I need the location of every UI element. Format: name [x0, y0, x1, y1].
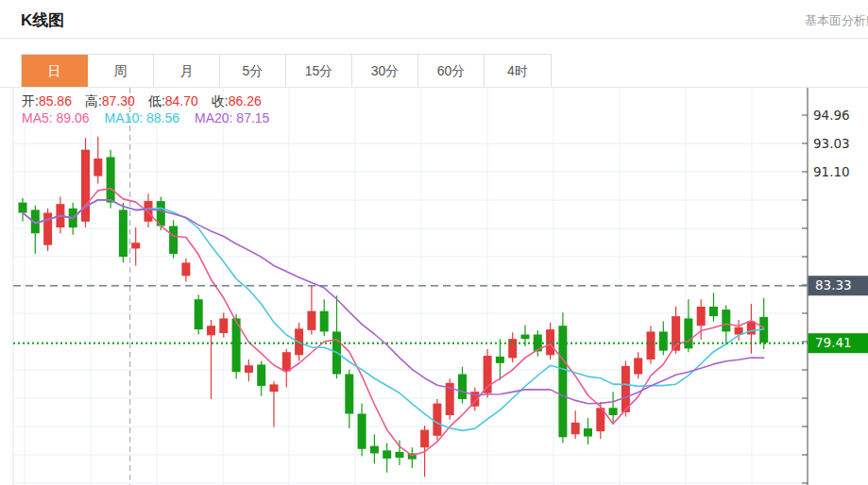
- candle[interactable]: [546, 329, 554, 355]
- candle[interactable]: [571, 423, 580, 434]
- candle[interactable]: [119, 209, 128, 257]
- candle[interactable]: [307, 311, 315, 330]
- ohlc-value: 86.26: [229, 93, 262, 109]
- candle[interactable]: [358, 413, 366, 448]
- tab-day[interactable]: 日: [22, 55, 88, 87]
- header-divider: [0, 38, 868, 39]
- candle[interactable]: [420, 430, 429, 448]
- ohlc-label: 开:: [22, 93, 39, 109]
- candle[interactable]: [584, 428, 592, 437]
- tab-60min[interactable]: 60分: [418, 55, 485, 87]
- candle[interactable]: [383, 450, 391, 459]
- ma-legend-item: MA5: 89.06: [22, 110, 90, 125]
- ma-legend: MA5: 89.06MA10: 88.56MA20: 87.15: [22, 110, 284, 125]
- ma10-line: [23, 200, 764, 431]
- candle[interactable]: [270, 384, 279, 392]
- candle[interactable]: [634, 358, 642, 374]
- ohlc-label: 高:: [85, 93, 102, 109]
- page-title: K线图: [21, 9, 64, 31]
- period-tab-bar: 日周月5分15分30分60分4时: [21, 54, 552, 88]
- candle[interactable]: [81, 150, 90, 222]
- candle[interactable]: [647, 331, 655, 360]
- candle[interactable]: [697, 307, 706, 326]
- candle[interactable]: [131, 242, 140, 248]
- candle[interactable]: [320, 311, 329, 332]
- ohlc-value: 87.30: [102, 93, 135, 109]
- candle[interactable]: [345, 375, 353, 414]
- axis-tick-label: 94.96: [813, 108, 850, 123]
- ohlc-legend: 开:85.86高:87.30低:84.70收:86.26: [22, 93, 275, 110]
- tab-30min[interactable]: 30分: [352, 55, 418, 87]
- candle[interactable]: [181, 262, 190, 276]
- axis-tick-label: 91.10: [813, 164, 850, 179]
- price-badge-value: 83.33: [815, 277, 852, 293]
- candle[interactable]: [722, 309, 730, 331]
- candle[interactable]: [496, 357, 504, 363]
- candle[interactable]: [19, 203, 27, 213]
- fundamental-analysis-link[interactable]: 基本面分析师: [805, 12, 868, 29]
- ma-legend-item: MA20: 87.15: [195, 110, 269, 125]
- axis-tick-label: 93.03: [813, 136, 850, 151]
- candle[interactable]: [433, 404, 441, 436]
- ohlc-value: 85.86: [39, 93, 72, 109]
- kline-chart[interactable]: 94.9693.0391.1083.3379.41: [0, 88, 868, 485]
- candle[interactable]: [169, 226, 178, 255]
- ohlc-label: 低:: [148, 93, 165, 109]
- candle[interactable]: [609, 408, 618, 415]
- candle[interactable]: [370, 446, 379, 454]
- candle[interactable]: [94, 159, 102, 176]
- candle[interactable]: [219, 318, 228, 333]
- ma-legend-item: MA10: 88.56: [105, 110, 179, 125]
- kline-widget: K线图 基本面分析师 日周月5分15分30分60分4时 94.9693.0391…: [0, 0, 868, 485]
- candle[interactable]: [282, 352, 291, 371]
- tab-4hour[interactable]: 4时: [485, 55, 551, 87]
- tab-15min[interactable]: 15分: [286, 55, 352, 87]
- candle[interactable]: [659, 331, 668, 350]
- candle[interactable]: [458, 375, 467, 399]
- candle[interactable]: [396, 452, 404, 458]
- candle[interactable]: [709, 307, 718, 316]
- candle[interactable]: [195, 299, 203, 329]
- candle[interactable]: [257, 364, 265, 386]
- tab-month[interactable]: 月: [154, 55, 220, 87]
- ohlc-label: 收:: [212, 93, 229, 109]
- ohlc-value: 84.70: [165, 93, 198, 109]
- candle[interactable]: [521, 335, 530, 340]
- kline-canvas[interactable]: 94.9693.0391.1083.3379.41: [0, 88, 868, 485]
- candle[interactable]: [245, 365, 253, 373]
- candle[interactable]: [107, 157, 115, 202]
- candle[interactable]: [207, 326, 215, 335]
- candle[interactable]: [508, 339, 517, 358]
- tab-5min[interactable]: 5分: [220, 55, 286, 87]
- price-badge-value: 79.41: [815, 335, 852, 350]
- tab-week[interactable]: 周: [88, 55, 154, 87]
- candle[interactable]: [43, 213, 52, 245]
- candle[interactable]: [621, 366, 630, 412]
